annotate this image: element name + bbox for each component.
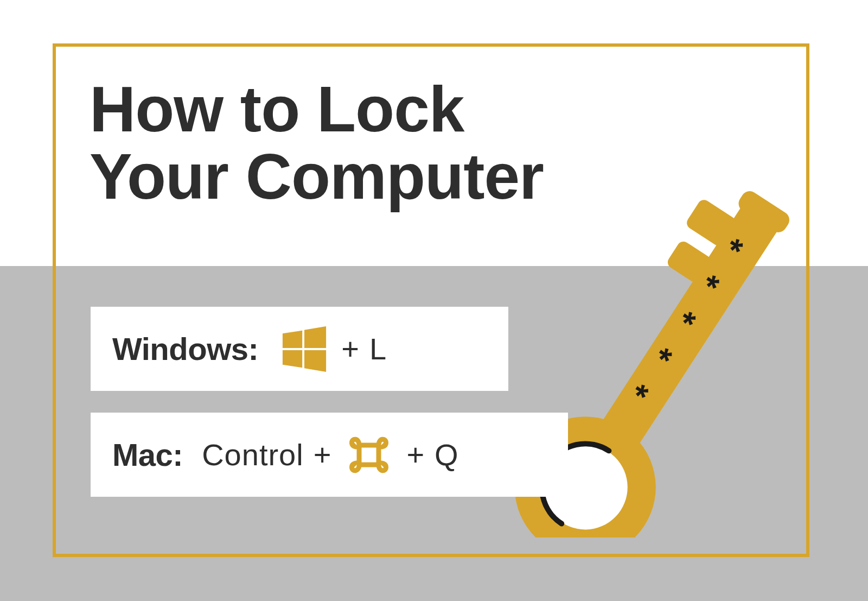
svg-marker-13	[283, 350, 302, 367]
windows-key-combo: + L	[277, 326, 387, 372]
svg-marker-11	[283, 330, 302, 347]
title-line-2: Your Computer	[90, 143, 544, 211]
title-line-1: How to Lock	[90, 76, 544, 143]
windows-shortcut-card: Windows: + L	[91, 307, 508, 391]
mac-control-key: Control	[202, 437, 304, 472]
windows-key-l: L	[369, 331, 387, 366]
plus-sign: +	[341, 331, 360, 366]
plus-sign: +	[406, 437, 425, 472]
windows-logo-icon	[282, 326, 327, 372]
plus-sign: +	[314, 437, 332, 472]
command-key-icon	[344, 431, 393, 479]
page-title: How to Lock Your Computer	[90, 76, 544, 211]
svg-marker-12	[304, 326, 326, 348]
mac-shortcut-card: Mac: Control + + Q	[91, 413, 568, 497]
windows-label: Windows:	[112, 331, 258, 367]
mac-key-q: Q	[435, 437, 459, 472]
mac-label: Mac:	[112, 436, 183, 473]
mac-key-combo: Control + + Q	[202, 431, 459, 479]
infographic-stage: * * * * * How to Lock Your Computer Wind…	[0, 0, 868, 601]
svg-marker-14	[304, 350, 326, 371]
